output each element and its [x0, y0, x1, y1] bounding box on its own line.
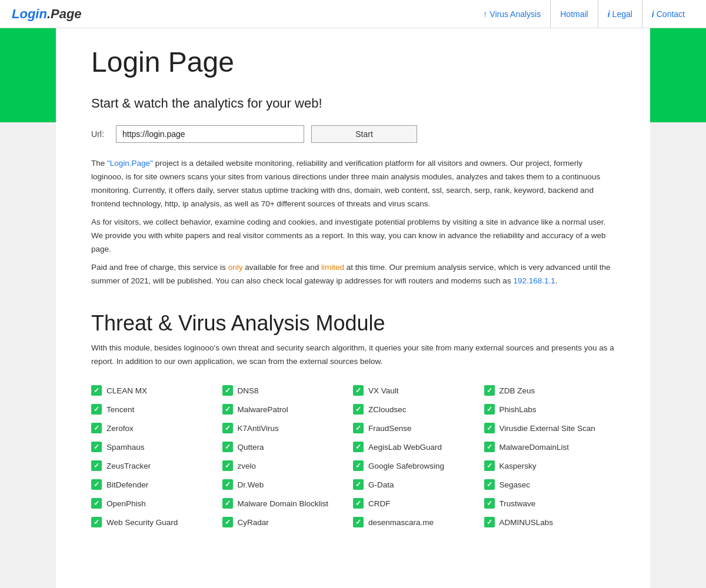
list-item: CLEAN MX	[91, 383, 222, 398]
check-icon	[484, 517, 495, 527]
check-icon	[353, 460, 364, 471]
check-icon	[222, 479, 233, 490]
logo-login: Login	[12, 6, 47, 21]
source-label: VX Vault	[368, 386, 399, 395]
check-icon	[484, 404, 495, 415]
main-content: Login Page Start & watch the analytics f…	[56, 28, 650, 588]
green-left-decoration	[0, 28, 56, 122]
source-label: ADMINUSLabs	[499, 518, 554, 527]
source-label: ZDB Zeus	[499, 386, 535, 395]
source-label: Trustwave	[499, 499, 536, 508]
check-icon	[353, 404, 364, 415]
login-page-link[interactable]: "Login.Page"	[107, 159, 153, 168]
page-title: Login Page	[91, 46, 615, 78]
green-right-decoration	[650, 28, 706, 122]
source-label: G-Data	[368, 480, 394, 489]
list-item: CyRadar	[222, 514, 354, 530]
check-icon	[484, 460, 495, 471]
list-item: VX Vault	[353, 383, 484, 398]
list-item: Web Security Guard	[91, 514, 222, 530]
nav-hotmail-label: Hotmail	[560, 0, 588, 28]
check-icon	[353, 498, 364, 509]
check-icon	[222, 404, 233, 415]
list-item: G-Data	[353, 477, 484, 492]
source-label: Zerofox	[106, 424, 134, 433]
list-item: DNS8	[222, 383, 354, 398]
list-item: ADMINUSLabs	[484, 514, 615, 530]
threat-section-title: Threat & Virus Analysis Module	[91, 311, 615, 336]
logo[interactable]: Login.Page	[12, 6, 82, 22]
source-label: Segasec	[499, 480, 531, 489]
source-label: Quttera	[238, 443, 264, 452]
list-item: Trustwave	[484, 496, 615, 511]
info-icon-legal: i	[608, 0, 610, 28]
navigation: ↑ Virus Analysis Hotmail i Legal i Conta…	[474, 0, 694, 28]
sources-grid: CLEAN MXDNS8VX VaultZDB ZeusTencentMalwa…	[91, 383, 615, 530]
logo-page: Page	[51, 6, 82, 21]
list-item: Segasec	[484, 477, 615, 492]
check-icon	[353, 442, 364, 452]
list-item: Dr.Web	[222, 477, 354, 492]
source-label: ZCloudsec	[368, 405, 407, 414]
list-item: Tencent	[91, 402, 222, 417]
list-item: PhishLabs	[484, 402, 615, 417]
source-label: Google Safebrowsing	[368, 462, 444, 470]
check-icon	[91, 385, 102, 396]
check-icon	[484, 479, 495, 490]
source-label: FraudSense	[368, 424, 412, 433]
list-item: K7AntiVirus	[222, 420, 354, 436]
subtitle: Start & watch the analytics for your web…	[91, 96, 615, 111]
nav-virus-analysis[interactable]: ↑ Virus Analysis	[474, 0, 550, 28]
nav-legal-label: Legal	[612, 0, 632, 28]
list-item: BitDefender	[91, 477, 222, 492]
source-label: CyRadar	[238, 518, 269, 527]
source-label: MalwarePatrol	[238, 405, 288, 414]
ip-address-link[interactable]: 192.168.1.1	[513, 276, 555, 285]
threat-section-desc: With this module, besides loginooo's own…	[91, 342, 615, 369]
nav-contact[interactable]: i Contact	[642, 0, 694, 28]
check-icon	[222, 498, 233, 509]
source-label: Kaspersky	[499, 462, 537, 470]
nav-legal[interactable]: i Legal	[598, 0, 642, 28]
check-icon	[353, 423, 364, 433]
source-label: CRDF	[368, 499, 391, 508]
header: Login.Page ↑ Virus Analysis Hotmail i Le…	[0, 0, 706, 28]
list-item: Kaspersky	[484, 458, 615, 473]
check-icon	[484, 442, 495, 452]
list-item: AegisLab WebGuard	[353, 439, 484, 455]
list-item: ZeusTracker	[91, 458, 222, 473]
nav-virus-label: Virus Analysis	[489, 0, 541, 28]
list-item: Quttera	[222, 439, 354, 455]
list-item: MalwarePatrol	[222, 402, 354, 417]
source-label: Spamhaus	[106, 443, 145, 452]
info-icon-contact: i	[652, 0, 654, 28]
check-icon	[222, 460, 233, 471]
source-label: CLEAN MX	[106, 386, 147, 395]
check-icon	[484, 498, 495, 509]
check-icon	[222, 423, 233, 433]
check-icon	[353, 385, 364, 396]
check-icon	[91, 479, 102, 490]
list-item: Virusdie External Site Scan	[484, 420, 615, 436]
list-item: ZCloudsec	[353, 402, 484, 417]
check-icon	[484, 385, 495, 396]
check-icon	[91, 404, 102, 415]
source-label: DNS8	[238, 386, 259, 395]
source-label: K7AntiVirus	[238, 424, 279, 433]
check-icon	[91, 498, 102, 509]
start-button[interactable]: Start	[311, 125, 417, 143]
source-label: desenmascara.me	[368, 518, 434, 527]
source-label: Dr.Web	[238, 480, 264, 489]
description-block: The "Login.Page" project is a detailed w…	[91, 157, 615, 288]
list-item: CRDF	[353, 496, 484, 511]
source-label: MalwareDomainList	[499, 443, 570, 452]
url-input[interactable]	[116, 125, 304, 143]
list-item: OpenPhish	[91, 496, 222, 511]
check-icon	[91, 517, 102, 527]
list-item: Malware Domain Blocklist	[222, 496, 354, 511]
nav-hotmail[interactable]: Hotmail	[550, 0, 597, 28]
source-label: AegisLab WebGuard	[368, 443, 442, 452]
source-label: Tencent	[106, 405, 134, 414]
check-icon	[353, 479, 364, 490]
url-label: Url:	[91, 129, 109, 139]
